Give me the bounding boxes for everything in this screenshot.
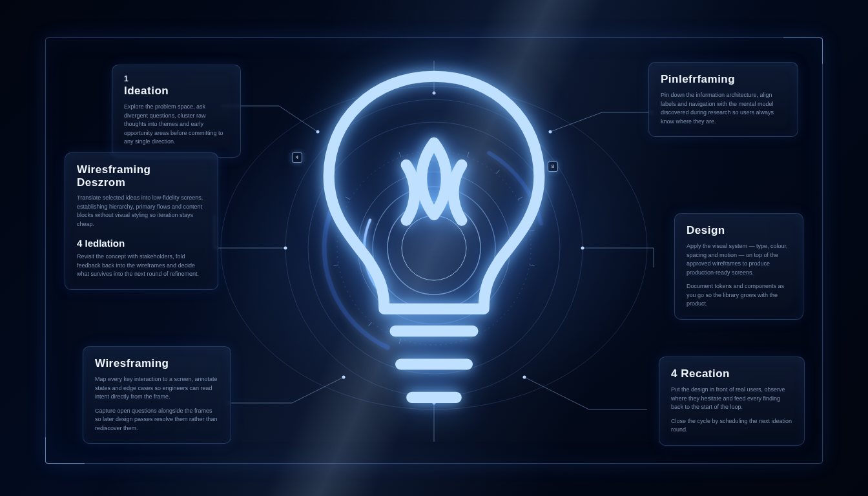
card-sub-title: 4 Iedlation	[77, 238, 206, 249]
card-wireframing-design: Wiresframing Deszrom Translate selected …	[65, 152, 218, 290]
card-sub-body: Revisit the concept with stakeholders, f…	[77, 253, 206, 279]
card-body: Explore the problem space, ask divergent…	[124, 103, 229, 147]
card-title: Design	[687, 224, 791, 237]
card-body: Put the design in front of real users, o…	[671, 386, 792, 412]
card-body: Translate selected ideas into low-fideli…	[77, 194, 206, 229]
node-marker-right: 8	[548, 161, 558, 172]
card-title: Ideation	[124, 85, 229, 98]
card-body: Apply the visual system — type, colour, …	[687, 242, 791, 277]
card-title: Pinlefrfaming	[661, 73, 786, 86]
card-body: Map every key interaction to a screen, a…	[95, 375, 219, 402]
card-body-2: Document tokens and components as you go…	[687, 282, 791, 309]
card-design: Design Apply the visual system — type, c…	[674, 213, 803, 320]
card-pinleframing: Pinlefrfaming Pin down the information a…	[648, 62, 798, 137]
card-number: 1	[124, 74, 229, 83]
card-wireframing: Wiresframing Map every key interaction t…	[83, 346, 231, 444]
node-marker-left: 4	[292, 152, 302, 163]
card-title: Wiresframing Deszrom	[77, 163, 206, 189]
card-body-2: Capture open questions alongside the fra…	[95, 407, 219, 433]
card-body-2: Close the cycle by scheduling the next i…	[671, 417, 792, 435]
card-body: Pin down the information architecture, a…	[661, 91, 786, 126]
card-recation: 4 Recation Put the design in front of re…	[659, 356, 805, 446]
card-ideation: 1 Ideation Explore the problem space, as…	[112, 65, 241, 158]
card-title: 4 Recation	[671, 367, 792, 380]
card-sub: 4 Iedlation Revisit the concept with sta…	[77, 238, 206, 279]
card-title: Wiresframing	[95, 357, 219, 370]
